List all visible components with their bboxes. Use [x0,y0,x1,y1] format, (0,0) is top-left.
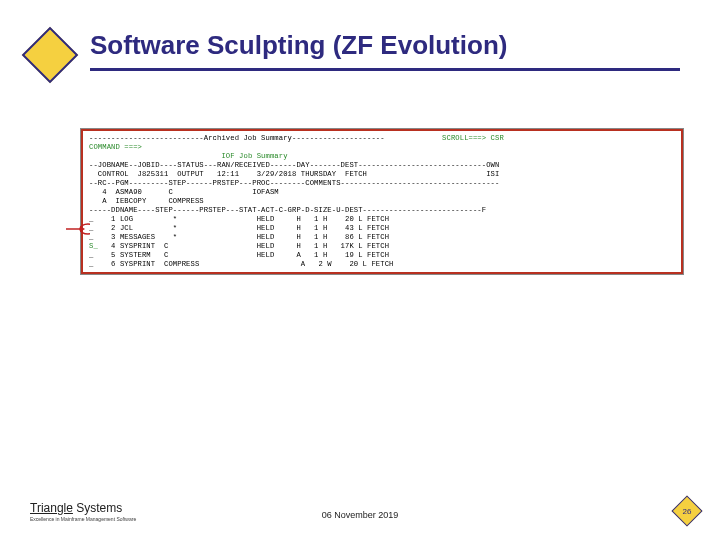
terminal-frame: --------------------------Archived Job S… [80,128,684,275]
svg-marker-2 [80,226,85,232]
term-line-3: --JOBNAME--JOBID----STATUS---RAN/RECEIVE… [89,161,499,169]
footer-date: 06 November 2019 [322,510,399,520]
term-line-4: CONTROL J825311 OUTPUT 12:11 3/29/2018 T… [89,170,499,178]
term-line-5: --RC--PGM---------STEP------PRSTEP---PRO… [89,179,499,187]
page-title: Software Sculpting (ZF Evolution) [90,30,507,61]
page-number: 26 [683,507,692,516]
term-line-10[interactable]: _ 2 JCL * HELD H 1 H 43 L FETCH [89,224,389,232]
title-underline [90,68,680,71]
logo-tagline: Excellence in Mainframe Management Softw… [30,516,136,522]
term-line-9[interactable]: _ 1 LOG * HELD H 1 H 20 L FETCH [89,215,389,223]
term-line-8: -----DDNAME----STEP------PRSTEP---STAT-A… [89,206,486,214]
term-line-1[interactable]: COMMAND ===> [89,143,142,151]
terminal-screen: --------------------------Archived Job S… [89,134,677,269]
selection-arrow-icon [66,222,90,236]
page-number-diamond: 26 [671,495,702,526]
term-line-11[interactable]: _ 3 MESSAGES * HELD H 1 H 86 L FETCH [89,233,389,241]
term-line-14[interactable]: _ 6 SYSPRINT COMPRESS A 2 W 20 L FETCH [89,260,394,268]
term-line-7: A IEBCOPY COMPRESS [89,197,204,205]
term-line-12[interactable]: S_ 4 SYSPRINT C HELD H 1 H 17K L FETCH [89,242,389,250]
term-line-13[interactable]: _ 5 SYSTERM C HELD A 1 H 19 L FETCH [89,251,389,259]
footer-logo: Triangle Systems Excellence in Mainframe… [30,501,136,522]
term-line-6: 4 ASMA90 C IOFASM [89,188,279,196]
logo-systems: Systems [73,501,122,515]
terminal-red-border: --------------------------Archived Job S… [81,129,683,274]
term-line-0: --------------------------Archived Job S… [89,134,504,142]
logo-triangle: Triangle [30,501,73,515]
diamond-icon [22,27,79,84]
term-line-2: IOF Job Summary [89,152,288,160]
